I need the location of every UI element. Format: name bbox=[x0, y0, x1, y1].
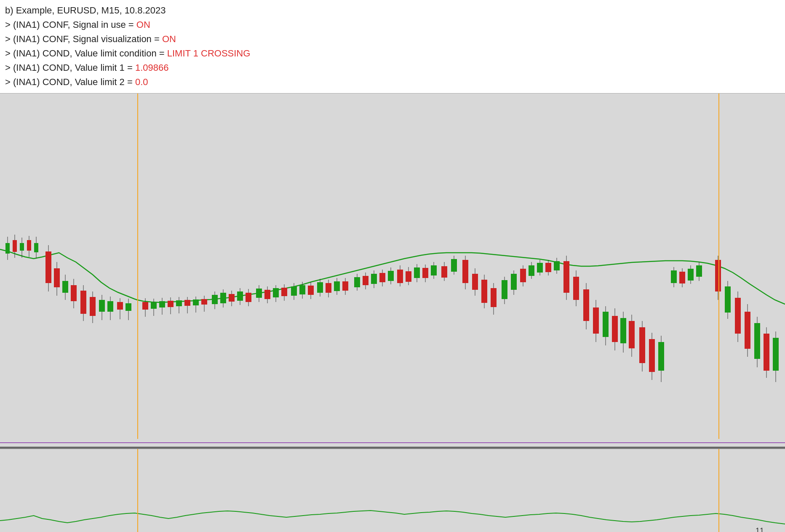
svg-rect-126 bbox=[563, 261, 569, 293]
signal-viz-line: > (INA1) CONF, Signal visualization = ON bbox=[5, 32, 780, 46]
signal-in-use-line: > (INA1) CONF, Signal in use = ON bbox=[5, 18, 780, 32]
svg-rect-6 bbox=[20, 243, 24, 251]
svg-rect-50 bbox=[220, 293, 226, 303]
signal-in-use-prefix: > (INA1) CONF, Signal in use = bbox=[5, 19, 136, 30]
svg-rect-62 bbox=[273, 288, 279, 297]
main-chart-svg bbox=[0, 94, 785, 439]
svg-rect-0 bbox=[0, 94, 785, 439]
purple-line bbox=[0, 442, 785, 443]
svg-rect-36 bbox=[159, 301, 165, 307]
svg-rect-10 bbox=[34, 243, 38, 252]
svg-rect-148 bbox=[671, 270, 677, 283]
svg-rect-118 bbox=[529, 265, 534, 276]
svg-rect-128 bbox=[573, 277, 579, 300]
svg-rect-70 bbox=[308, 286, 314, 295]
svg-rect-14 bbox=[54, 268, 60, 287]
limit2-line: > (INA1) COND, Value limit 2 = 0.0 bbox=[5, 75, 780, 89]
svg-rect-64 bbox=[281, 288, 287, 296]
svg-rect-86 bbox=[379, 273, 385, 282]
svg-rect-132 bbox=[593, 307, 599, 334]
svg-rect-100 bbox=[441, 266, 447, 278]
svg-rect-94 bbox=[414, 267, 420, 278]
svg-rect-122 bbox=[545, 263, 551, 272]
svg-rect-54 bbox=[237, 291, 243, 301]
svg-rect-68 bbox=[299, 285, 305, 294]
svg-rect-78 bbox=[342, 281, 348, 291]
svg-rect-108 bbox=[481, 280, 487, 303]
svg-rect-56 bbox=[246, 293, 251, 302]
svg-rect-8 bbox=[27, 240, 31, 251]
svg-rect-160 bbox=[735, 298, 741, 334]
sub-chart-svg bbox=[0, 449, 785, 532]
info-panel: b) Example, EURUSD, M15, 10.8.2023 > (IN… bbox=[0, 0, 785, 93]
svg-rect-102 bbox=[451, 259, 457, 272]
svg-rect-110 bbox=[491, 288, 497, 307]
svg-rect-164 bbox=[754, 323, 760, 359]
svg-rect-136 bbox=[612, 316, 618, 342]
svg-rect-116 bbox=[520, 269, 526, 282]
svg-rect-138 bbox=[620, 318, 626, 343]
svg-rect-52 bbox=[229, 294, 235, 302]
svg-rect-140 bbox=[629, 321, 635, 348]
svg-rect-82 bbox=[363, 276, 368, 285]
sub-orange-vline-1 bbox=[137, 449, 138, 532]
svg-rect-48 bbox=[212, 295, 218, 304]
svg-rect-46 bbox=[201, 299, 207, 305]
svg-rect-152 bbox=[688, 269, 694, 281]
svg-rect-18 bbox=[71, 285, 77, 301]
purple-line-area bbox=[0, 439, 785, 446]
svg-rect-38 bbox=[168, 301, 174, 307]
svg-rect-40 bbox=[176, 300, 182, 306]
orange-vline-1 bbox=[137, 94, 138, 439]
sub-chart bbox=[0, 449, 785, 532]
svg-rect-162 bbox=[745, 312, 750, 349]
chart-area: 10 Aug 17:45 10 Aug 20:15 10 Aug 22:45 1… bbox=[0, 93, 785, 532]
svg-rect-20 bbox=[80, 291, 86, 314]
svg-rect-88 bbox=[388, 271, 394, 281]
limit1-line: > (INA1) COND, Value limit 1 = 1.09866 bbox=[5, 61, 780, 75]
signal-in-use-value: ON bbox=[136, 19, 150, 30]
orange-vline-2 bbox=[718, 94, 719, 439]
svg-rect-168 bbox=[773, 338, 779, 371]
limit2-prefix: > (INA1) COND, Value limit 2 = bbox=[5, 77, 135, 87]
svg-rect-16 bbox=[62, 281, 68, 293]
limit-condition-value: LIMIT 1 CROSSING bbox=[167, 48, 251, 59]
svg-rect-26 bbox=[107, 301, 113, 312]
svg-rect-142 bbox=[639, 327, 645, 363]
svg-rect-146 bbox=[658, 342, 664, 371]
svg-rect-34 bbox=[151, 302, 157, 309]
svg-rect-22 bbox=[90, 297, 96, 316]
svg-rect-98 bbox=[431, 265, 437, 275]
svg-rect-92 bbox=[406, 271, 411, 282]
svg-rect-28 bbox=[117, 302, 123, 310]
svg-rect-144 bbox=[649, 339, 655, 372]
svg-rect-158 bbox=[725, 286, 731, 313]
limit2-value: 0.0 bbox=[135, 77, 148, 87]
svg-rect-90 bbox=[397, 270, 403, 283]
svg-rect-104 bbox=[462, 260, 468, 283]
limit1-value: 1.09866 bbox=[135, 62, 169, 73]
svg-rect-84 bbox=[371, 274, 377, 284]
svg-rect-30 bbox=[125, 303, 131, 311]
svg-rect-12 bbox=[45, 251, 51, 283]
svg-rect-106 bbox=[472, 274, 478, 290]
signal-viz-prefix: > (INA1) CONF, Signal visualization = bbox=[5, 34, 162, 44]
limit-condition-prefix: > (INA1) COND, Value limit condition = bbox=[5, 48, 167, 59]
svg-rect-114 bbox=[511, 274, 517, 290]
svg-rect-120 bbox=[537, 263, 543, 273]
svg-rect-42 bbox=[184, 300, 190, 306]
svg-rect-76 bbox=[334, 281, 340, 291]
signal-viz-value: ON bbox=[162, 34, 176, 44]
svg-rect-60 bbox=[264, 290, 270, 299]
svg-rect-44 bbox=[193, 299, 199, 305]
svg-rect-130 bbox=[583, 289, 589, 321]
svg-rect-2 bbox=[5, 243, 10, 254]
x-label-9: 11 Aug 16: bbox=[756, 527, 775, 532]
svg-rect-58 bbox=[256, 289, 262, 298]
svg-rect-112 bbox=[502, 280, 507, 299]
sub-orange-vline-2 bbox=[718, 449, 719, 532]
main-chart bbox=[0, 94, 785, 439]
svg-rect-74 bbox=[326, 283, 331, 293]
svg-rect-169 bbox=[0, 449, 785, 532]
svg-rect-154 bbox=[696, 265, 702, 277]
